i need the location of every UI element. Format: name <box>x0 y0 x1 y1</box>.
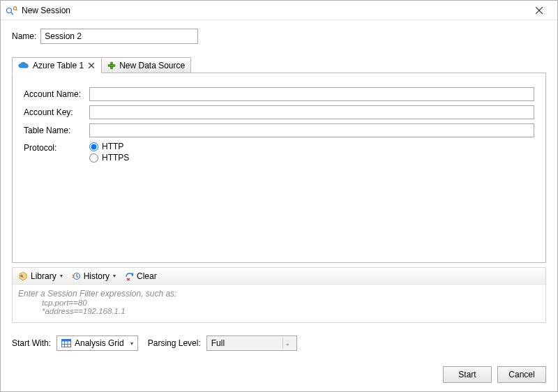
library-icon <box>18 271 28 281</box>
protocol-https-option[interactable]: HTTPS <box>89 153 534 163</box>
chevron-down-icon: ▾ <box>113 273 116 279</box>
start-with-label: Start With: <box>12 338 51 348</box>
protocol-radio-group: HTTP HTTPS <box>89 142 534 163</box>
history-label: History <box>84 271 110 281</box>
filter-placeholder-line1: Enter a Session Filter expression, such … <box>18 289 540 299</box>
protocol-http-label: HTTP <box>102 142 123 151</box>
history-button[interactable]: History ▾ <box>71 271 116 281</box>
svg-point-0 <box>7 8 12 13</box>
library-label: Library <box>31 271 56 281</box>
start-with-dropdown[interactable]: Analysis Grid ▾ <box>56 336 138 351</box>
start-button[interactable]: Start <box>443 366 492 383</box>
svg-line-1 <box>11 13 13 15</box>
window-title: New Session <box>22 6 70 15</box>
svg-rect-9 <box>108 64 115 66</box>
tab-panel: Account Name: Account Key: Table Name: P… <box>12 73 546 263</box>
svg-line-3 <box>16 9 17 10</box>
svg-point-2 <box>13 6 16 9</box>
clear-label: Clear <box>137 271 157 281</box>
account-name-label: Account Name: <box>24 89 86 99</box>
clear-button[interactable]: Clear <box>124 271 157 281</box>
chevron-down-icon: ⌄ <box>282 338 292 349</box>
grid-icon <box>61 339 71 347</box>
filter-placeholder-line3: *address==192.168.1.1 <box>18 307 540 315</box>
close-icon <box>89 63 94 68</box>
protocol-https-radio[interactable] <box>89 153 98 163</box>
cloud-icon <box>18 61 29 70</box>
table-name-input[interactable] <box>89 123 534 137</box>
name-label: Name: <box>12 31 36 41</box>
chevron-down-icon: ▾ <box>60 273 63 279</box>
parsing-level-dropdown[interactable]: Full ⌄ <box>206 336 297 351</box>
protocol-label: Protocol: <box>24 142 86 153</box>
session-name-input[interactable] <box>40 29 198 44</box>
tab-azure-table-1[interactable]: Azure Table 1 <box>12 57 102 73</box>
clear-icon <box>124 271 134 281</box>
new-data-source-tab[interactable]: New Data Source <box>102 57 191 73</box>
session-filter-section: Library ▾ History ▾ <box>12 267 546 323</box>
new-session-dialog: New Session Name: <box>0 0 558 392</box>
parsing-level-value: Full <box>211 338 225 348</box>
protocol-http-radio[interactable] <box>89 142 98 151</box>
new-tab-label: New Data Source <box>119 61 185 70</box>
filter-toolbar: Library ▾ History ▾ <box>13 268 545 285</box>
filter-placeholder-line2: tcp.port==80 <box>18 299 540 307</box>
svg-rect-16 <box>62 340 71 342</box>
cancel-button[interactable]: Cancel <box>497 366 546 383</box>
protocol-http-option[interactable]: HTTP <box>89 142 534 151</box>
parsing-level-label: Parsing Level: <box>148 338 201 348</box>
window-icon <box>6 6 17 15</box>
library-button[interactable]: Library ▾ <box>18 271 63 281</box>
tab-label: Azure Table 1 <box>33 61 84 70</box>
account-key-label: Account Key: <box>24 107 86 117</box>
filter-expression-input[interactable]: Enter a Session Filter expression, such … <box>13 285 545 322</box>
window-close-button[interactable] <box>525 3 553 18</box>
start-with-value: Analysis Grid <box>75 338 124 348</box>
name-row: Name: <box>12 29 546 44</box>
close-icon <box>536 7 543 14</box>
account-key-input[interactable] <box>89 105 534 119</box>
history-icon <box>71 271 81 281</box>
account-name-input[interactable] <box>89 87 534 101</box>
protocol-https-label: HTTPS <box>102 153 129 163</box>
table-name-label: Table Name: <box>24 126 86 135</box>
add-icon <box>107 61 116 70</box>
tab-close-button[interactable] <box>87 63 96 68</box>
titlebar: New Session <box>1 1 557 20</box>
data-source-tabs: Azure Table 1 Ne <box>12 56 546 73</box>
dialog-button-bar: Start Cancel <box>1 359 557 391</box>
chevron-down-icon: ▾ <box>130 340 133 347</box>
